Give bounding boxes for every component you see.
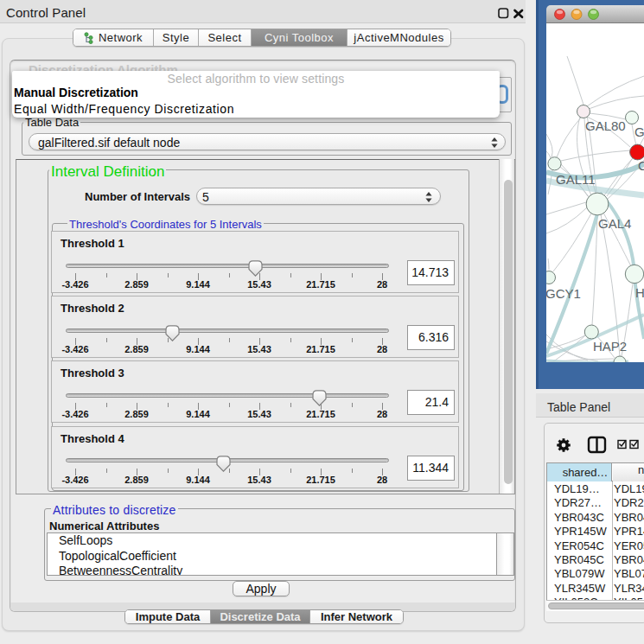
svg-text:GAL80: GAL80: [585, 118, 626, 133]
svg-text:GCY1: GCY1: [546, 286, 581, 301]
svg-text:GA: GA: [634, 124, 644, 139]
svg-text:C: C: [638, 158, 644, 173]
svg-text:GAL4: GAL4: [598, 216, 631, 231]
svg-text:HAP2: HAP2: [593, 339, 627, 354]
svg-text:GAL11: GAL11: [556, 172, 596, 187]
svg-text:H: H: [635, 285, 644, 300]
